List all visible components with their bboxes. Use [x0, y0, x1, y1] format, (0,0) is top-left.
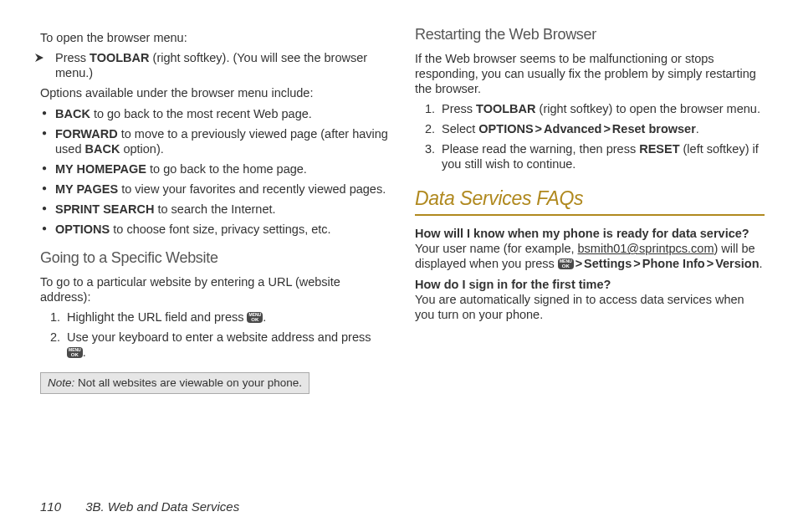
open-menu-intro: To open the browser menu: [40, 30, 390, 45]
options-intro: Options available under the browser menu… [40, 85, 390, 100]
arrow-icon [35, 53, 43, 65]
svg-marker-0 [35, 54, 43, 62]
example-email: bsmith01@sprintpcs.com [578, 242, 714, 255]
restart-head: Restarting the Web Browser [415, 25, 765, 44]
step-item: 1. Highlight the URL field and press MEN… [67, 309, 390, 325]
going-intro: To go to a particular website by enterin… [40, 274, 390, 304]
page-footer: 110 3B. Web and Data Services [40, 499, 239, 514]
menu-ok-key-icon: MENUOK [67, 347, 83, 358]
page-number: 110 [40, 499, 82, 514]
faq-q1: How will I know when my phone is ready f… [415, 226, 765, 271]
list-item: BACK to go back to the most recent Web p… [55, 106, 390, 121]
step-item: 2. Select OPTIONS>Advanced>Reset browser… [442, 121, 765, 136]
step-item: 2. Use your keyboard to enter a website … [67, 330, 390, 360]
list-item: FORWARD to move to a previously viewed p… [55, 126, 390, 156]
faq-head: Data Services FAQs [415, 187, 765, 211]
list-item: SPRINT SEARCH to search the Internet. [55, 202, 390, 217]
step-item: 1. Press TOOLBAR (right softkey) to open… [442, 101, 765, 116]
accent-hr [415, 214, 765, 216]
arrow-item: Press TOOLBAR (right softkey). (You will… [55, 50, 390, 80]
menu-ok-key-icon: MENUOK [247, 312, 263, 323]
menu-ok-key-icon: MENUOK [558, 258, 574, 269]
list-item: MY HOMEPAGE to go back to the home page. [55, 161, 390, 176]
step-item: 3. Please read the warning, then press R… [442, 141, 765, 171]
faq-q2: How do I sign in for the first time? You… [415, 277, 765, 322]
options-list: BACK to go back to the most recent Web p… [40, 106, 390, 238]
restart-intro: If the Web browser seems to be malfuncti… [415, 51, 765, 96]
section-title: 3B. Web and Data Services [85, 499, 239, 514]
restart-steps: 1. Press TOOLBAR (right softkey) to open… [415, 101, 765, 172]
going-steps: 1. Highlight the URL field and press MEN… [40, 309, 390, 360]
left-column: To open the browser menu: Press TOOLBAR … [40, 25, 390, 401]
arrow-list: Press TOOLBAR (right softkey). (You will… [40, 50, 390, 80]
list-item: MY PAGES to view your favorites and rece… [55, 182, 390, 197]
note-box: Note: Not all websites are viewable on y… [40, 372, 309, 395]
going-head: Going to a Specific Website [40, 248, 390, 268]
right-column: Restarting the Web Browser If the Web br… [415, 25, 765, 401]
list-item: OPTIONS to choose font size, privacy set… [55, 222, 390, 237]
